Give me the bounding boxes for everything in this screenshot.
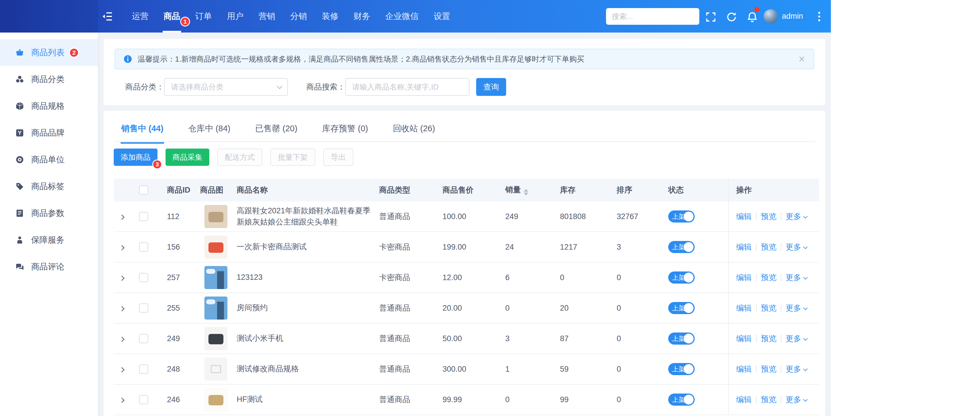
sidebar-item[interactable]: 商品品牌 [0,119,98,146]
expand-row-icon[interactable] [119,398,124,403]
edit-link[interactable]: 编辑 [736,395,752,404]
sort-icon[interactable] [524,189,528,195]
tab[interactable]: 库存预警 (0) [321,111,369,143]
sidebar-item[interactable]: 保障服务 [0,227,98,253]
toolbar-button[interactable]: 商品采集 [165,149,209,166]
column-header: 状态 [667,178,729,202]
edit-link[interactable]: 编辑 [736,273,752,282]
tab[interactable]: 已售罄 (20) [255,111,298,143]
row-checkbox[interactable] [139,303,148,313]
more-link[interactable]: 更多 [786,304,807,312]
nav-item[interactable]: 营销 [251,0,283,33]
status-toggle[interactable]: 上架 [668,302,695,314]
more-link[interactable]: 更多 [786,243,807,251]
collapse-sidebar-icon[interactable] [101,10,113,22]
more-link[interactable]: 更多 [786,395,807,404]
product-search-input[interactable] [345,78,469,96]
status-label: 上架 [672,212,685,221]
category-select-placeholder: 请选择商品分类 [171,82,277,92]
toolbar-button[interactable]: 导出 [323,149,353,166]
column-header: 商品图 [200,178,232,202]
nav-item[interactable]: 用户 [220,0,251,33]
product-name: 测试修改商品规格 [232,354,379,384]
sidebar-item[interactable]: 商品分类 [0,66,98,93]
sidebar-item[interactable]: 商品列表 2 [0,39,98,66]
bell-icon[interactable] [746,11,758,23]
row-checkbox[interactable] [139,273,148,282]
preview-link[interactable]: 预览 [761,304,776,312]
category-select[interactable]: 请选择商品分类 [164,78,288,96]
status-label: 上架 [672,395,685,404]
preview-link[interactable]: 预览 [761,365,776,373]
product-image [204,357,228,381]
edit-link[interactable]: 编辑 [736,212,752,221]
expand-row-icon[interactable] [119,276,124,281]
close-icon[interactable] [798,55,805,63]
tab[interactable]: 回收站 (26) [392,111,436,143]
status-toggle[interactable]: 上架 [668,241,695,253]
expand-row-icon[interactable] [119,367,124,372]
nav-item[interactable]: 订单 [188,0,220,33]
expand-row-icon[interactable] [119,306,124,311]
status-tabs: 销售中 (44)仓库中 (84)已售罄 (20)库存预警 (0)回收站 (26) [114,111,815,142]
nav-item[interactable]: 设置 [426,0,458,33]
product-sort: 32767 [617,202,667,232]
more-link[interactable]: 更多 [786,273,807,282]
sidebar-item[interactable]: 商品单位 [0,146,98,173]
product-stock: 87 [560,323,617,354]
tab[interactable]: 仓库中 (84) [188,111,231,143]
preview-link[interactable]: 预览 [761,212,776,221]
username[interactable]: admin [782,0,803,33]
table-header-row: 商品ID商品图商品名称商品类型商品售价销量库存排序状态操作 [114,178,819,202]
refresh-icon[interactable] [725,11,738,23]
sidebar-item[interactable]: 商品参数 [0,200,98,227]
edit-link[interactable]: 编辑 [736,365,752,373]
nav-item[interactable]: 装修 [314,0,346,33]
toolbar-button[interactable]: 批量下架 [270,149,315,166]
row-checkbox[interactable] [139,364,148,374]
edit-link[interactable]: 编辑 [736,334,752,343]
sidebar-item[interactable]: 商品评论 [0,253,98,280]
more-link[interactable]: 更多 [786,212,807,221]
row-checkbox[interactable] [139,242,148,252]
tab[interactable]: 销售中 (44) [121,111,164,143]
expand-row-icon[interactable] [119,337,124,342]
row-checkbox[interactable] [139,212,148,221]
toolbar-button[interactable]: 配送方式 [217,149,262,166]
table-row: 257 123123 卡密商品 12.00 6 0 0 上架 编辑预览更多 [114,262,819,293]
nav-item[interactable]: 财务 [346,0,378,33]
fullscreen-icon[interactable] [705,11,717,23]
sidebar-item[interactable]: 商品标签 [0,173,98,200]
more-link[interactable]: 更多 [786,365,807,373]
query-button[interactable]: 查询 [476,78,506,96]
global-search-input[interactable] [606,8,699,25]
row-checkbox[interactable] [139,395,148,404]
more-vertical-icon[interactable] [818,10,821,22]
select-all-checkbox[interactable] [139,186,148,195]
expand-row-icon[interactable] [119,214,124,220]
preview-link[interactable]: 预览 [761,334,776,343]
toolbar-button[interactable]: 添加商品3 [114,149,158,166]
person-icon [15,235,24,245]
avatar[interactable] [764,9,778,24]
status-toggle[interactable]: 上架 [668,210,695,222]
status-toggle[interactable]: 上架 [668,272,695,284]
preview-link[interactable]: 预览 [761,243,776,251]
table-row: 246 HF测试 普通商品 99.99 0 99 0 上架 编辑预览更多 [114,384,819,415]
edit-link[interactable]: 编辑 [736,243,752,251]
sidebar-item[interactable]: 商品规格 [0,93,98,119]
nav-item[interactable]: 商品1 [156,0,188,33]
edit-link[interactable]: 编辑 [736,304,752,312]
preview-link[interactable]: 预览 [761,395,776,404]
status-toggle[interactable]: 上架 [668,394,695,406]
nav-item[interactable]: 运营 [124,0,156,33]
row-checkbox[interactable] [139,334,148,343]
column-header: 商品类型 [379,178,442,202]
preview-link[interactable]: 预览 [761,273,776,282]
more-link[interactable]: 更多 [786,334,807,343]
status-toggle[interactable]: 上架 [668,332,695,345]
status-toggle[interactable]: 上架 [668,363,695,375]
nav-item[interactable]: 分销 [283,0,314,33]
expand-row-icon[interactable] [119,245,124,250]
nav-item[interactable]: 企业微信 [378,0,426,33]
